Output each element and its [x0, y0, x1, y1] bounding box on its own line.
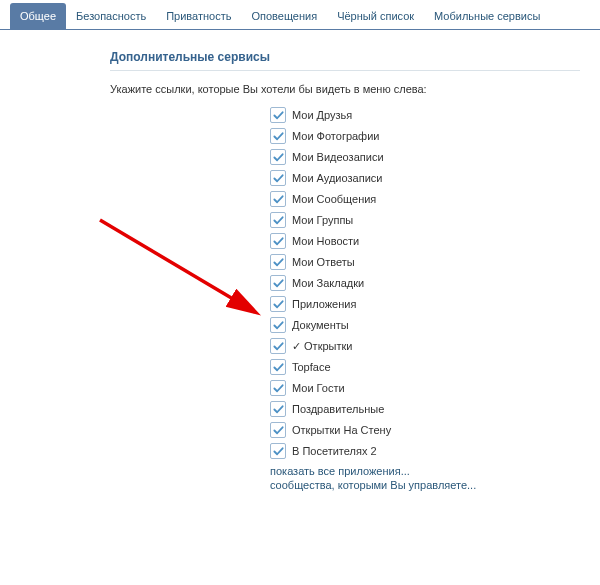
- check-item: Мои Закладки: [270, 275, 600, 291]
- checkbox[interactable]: [270, 443, 286, 459]
- checkmark-icon: [273, 215, 284, 226]
- checkbox[interactable]: [270, 401, 286, 417]
- checkbox[interactable]: [270, 296, 286, 312]
- checkbox[interactable]: [270, 254, 286, 270]
- checkmark-icon: [273, 383, 284, 394]
- section-title: Дополнительные сервисы: [110, 50, 580, 71]
- checkmark-icon: [273, 152, 284, 163]
- checkbox[interactable]: [270, 212, 286, 228]
- checkmark-icon: [273, 194, 284, 205]
- checkbox[interactable]: [270, 359, 286, 375]
- communities-link[interactable]: сообщества, которыми Вы управляете...: [270, 479, 600, 491]
- checkmark-icon: [273, 425, 284, 436]
- check-label[interactable]: Мои Сообщения: [292, 193, 376, 205]
- check-label[interactable]: Мои Видеозаписи: [292, 151, 384, 163]
- checkbox[interactable]: [270, 275, 286, 291]
- tab-security[interactable]: Безопасность: [66, 3, 156, 29]
- check-item: Приложения: [270, 296, 600, 312]
- checkbox[interactable]: [270, 422, 286, 438]
- content: Дополнительные сервисы Укажите ссылки, к…: [0, 30, 600, 491]
- check-label[interactable]: Мои Фотографии: [292, 130, 379, 142]
- checkbox[interactable]: [270, 233, 286, 249]
- check-label[interactable]: Мои Друзья: [292, 109, 352, 121]
- check-item: Документы: [270, 317, 600, 333]
- tab-mobile-services[interactable]: Мобильные сервисы: [424, 3, 550, 29]
- check-item: Мои Видеозаписи: [270, 149, 600, 165]
- checkbox[interactable]: [270, 107, 286, 123]
- check-item: Topface: [270, 359, 600, 375]
- check-item: В Посетителях 2: [270, 443, 600, 459]
- tab-general[interactable]: Общее: [10, 3, 66, 29]
- checkmark-icon: [273, 446, 284, 457]
- checkbox[interactable]: [270, 338, 286, 354]
- checkmark-icon: [273, 299, 284, 310]
- check-label[interactable]: В Посетителях 2: [292, 445, 377, 457]
- show-all-apps-link[interactable]: показать все приложения...: [270, 465, 600, 477]
- check-item: Мои Друзья: [270, 107, 600, 123]
- checkmark-icon: [273, 341, 284, 352]
- checkbox[interactable]: [270, 149, 286, 165]
- checkbox[interactable]: [270, 191, 286, 207]
- checkbox[interactable]: [270, 170, 286, 186]
- check-item: Мои Аудиозаписи: [270, 170, 600, 186]
- checkmark-icon: [273, 362, 284, 373]
- check-item: Открытки На Стену: [270, 422, 600, 438]
- checkmark-icon: [273, 404, 284, 415]
- check-item: Мои Новости: [270, 233, 600, 249]
- check-label[interactable]: Topface: [292, 361, 331, 373]
- menu-links-checklist: Мои ДрузьяМои ФотографииМои ВидеозаписиМ…: [110, 107, 600, 459]
- check-label[interactable]: Открытки На Стену: [292, 424, 391, 436]
- bottom-links: показать все приложения... сообщества, к…: [110, 465, 600, 491]
- check-label[interactable]: Мои Ответы: [292, 256, 355, 268]
- checkmark-icon: [273, 278, 284, 289]
- check-label[interactable]: Поздравительные: [292, 403, 384, 415]
- check-item: Мои Гости: [270, 380, 600, 396]
- check-label[interactable]: Мои Группы: [292, 214, 353, 226]
- checkbox[interactable]: [270, 380, 286, 396]
- check-label[interactable]: Мои Закладки: [292, 277, 364, 289]
- checkmark-icon: [273, 173, 284, 184]
- tab-notifications[interactable]: Оповещения: [241, 3, 327, 29]
- check-label[interactable]: Приложения: [292, 298, 356, 310]
- check-label[interactable]: ✓ Открытки: [292, 340, 352, 353]
- checkmark-icon: [273, 131, 284, 142]
- check-item: Мои Ответы: [270, 254, 600, 270]
- check-label[interactable]: Документы: [292, 319, 349, 331]
- settings-tabs: Общее Безопасность Приватность Оповещени…: [0, 0, 600, 30]
- hint-text: Укажите ссылки, которые Вы хотели бы вид…: [110, 83, 600, 95]
- tab-privacy[interactable]: Приватность: [156, 3, 241, 29]
- check-item: Мои Группы: [270, 212, 600, 228]
- checkmark-icon: [273, 320, 284, 331]
- check-label[interactable]: Мои Гости: [292, 382, 345, 394]
- check-item: Поздравительные: [270, 401, 600, 417]
- checkbox[interactable]: [270, 317, 286, 333]
- checkbox[interactable]: [270, 128, 286, 144]
- check-label[interactable]: Мои Аудиозаписи: [292, 172, 382, 184]
- check-item: ✓ Открытки: [270, 338, 600, 354]
- checkmark-icon: [273, 257, 284, 268]
- check-item: Мои Фотографии: [270, 128, 600, 144]
- check-label[interactable]: Мои Новости: [292, 235, 359, 247]
- check-item: Мои Сообщения: [270, 191, 600, 207]
- checkmark-icon: [273, 236, 284, 247]
- checkmark-icon: [273, 110, 284, 121]
- tab-blacklist[interactable]: Чёрный список: [327, 3, 424, 29]
